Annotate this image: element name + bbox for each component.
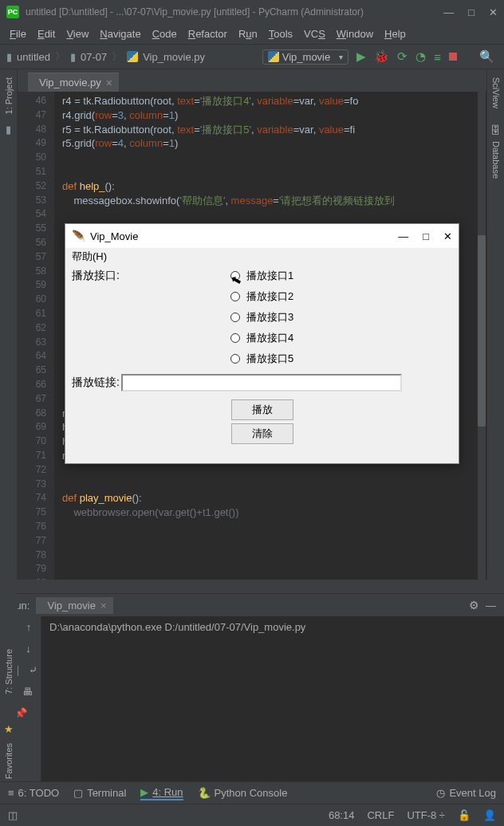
radio-interface-2[interactable]: 播放接口2	[230, 289, 293, 304]
menu-view[interactable]: View	[61, 26, 93, 41]
radio-icon	[230, 333, 240, 343]
radio-interface-4[interactable]: 播放接口4	[230, 331, 293, 345]
clear-button[interactable]: 清除	[231, 423, 293, 444]
maximize-icon[interactable]: □	[468, 6, 474, 18]
tool-database[interactable]: Database	[491, 136, 501, 183]
label-link: 播放链接:	[72, 376, 120, 390]
window-titlebar: PC untitled [D:\untitled] - ...\07-07\Vi…	[0, 0, 504, 24]
radio-interface-3[interactable]: 播放接口3	[230, 310, 293, 324]
run-icon[interactable]: ▶	[356, 49, 366, 64]
profile-icon[interactable]: ◔	[415, 49, 426, 64]
menu-navigate[interactable]: Navigate	[95, 26, 145, 41]
radio-label: 播放接口4	[246, 331, 293, 345]
tab-vip-movie[interactable]: Vip_movie.py ×	[28, 73, 119, 92]
close-icon[interactable]: ✕	[489, 6, 498, 18]
folder-icon: ▮	[70, 51, 76, 63]
run-tab-name: Vip_movie	[47, 600, 95, 612]
project-icon[interactable]: ▮	[6, 124, 11, 136]
search-icon[interactable]: 🔍	[479, 49, 494, 64]
dialog-close-icon[interactable]: ✕	[443, 230, 452, 242]
menu-run[interactable]: Run	[234, 26, 262, 41]
tool-project[interactable]: 1: Project	[4, 73, 14, 119]
run-output[interactable]: D:\anaconda\python.exe D:/untitled/07-07…	[41, 616, 504, 799]
scrollbar-thumb[interactable]	[478, 235, 486, 427]
menu-refactor[interactable]: Refactor	[183, 26, 232, 41]
menu-vcs[interactable]: VCS	[299, 26, 330, 41]
radio-label: 播放接口5	[246, 352, 293, 366]
radio-interface-5[interactable]: 播放接口5	[230, 352, 293, 366]
left-tool-gutter: 1: Project ▮	[0, 69, 18, 580]
bottom-tool-tabs: ≡6: TODO ▢Terminal ▶4: Run 🐍Python Conso…	[0, 781, 504, 804]
tab-python-console[interactable]: 🐍Python Console	[198, 787, 288, 799]
crumb-sep: 〉	[112, 49, 122, 64]
run-config-name: Vip_movie	[282, 51, 330, 63]
up-icon[interactable]: ↑	[26, 621, 32, 633]
radio-icon	[230, 292, 240, 301]
tool-structure[interactable]: 7: Structure	[4, 646, 14, 698]
tab-event-log[interactable]: ◷Event Log	[436, 787, 496, 799]
terminal-icon: ▢	[73, 787, 83, 799]
tab-todo[interactable]: ≡6: TODO	[8, 787, 59, 799]
python-icon: 🐍	[198, 787, 211, 799]
close-tab-icon[interactable]: ×	[106, 77, 112, 88]
python-file-icon	[268, 51, 279, 62]
crumb-project[interactable]: untitled	[17, 51, 50, 63]
inspector-icon[interactable]: 👤	[483, 809, 496, 821]
file-encoding[interactable]: UTF-8 ÷	[407, 809, 445, 821]
crumb-sep: 〉	[55, 49, 65, 64]
star-icon[interactable]: ★	[4, 723, 14, 735]
menu-code[interactable]: Code	[148, 26, 182, 41]
cursor-position[interactable]: 68:14	[329, 809, 355, 821]
run-config-selector[interactable]: Vip_movie	[262, 49, 348, 65]
stop-icon[interactable]	[449, 53, 457, 61]
minimize-panel-icon[interactable]: —	[486, 600, 496, 612]
close-tab-icon[interactable]: ×	[100, 600, 107, 612]
dialog-maximize-icon[interactable]: □	[423, 230, 429, 242]
menu-edit[interactable]: Edit	[33, 26, 60, 41]
dialog-minimize-icon[interactable]: —	[398, 230, 408, 242]
run-tab[interactable]: Vip_movie ×	[36, 597, 112, 614]
concurrency-icon[interactable]: ≡	[434, 50, 441, 64]
line-separator[interactable]: CRLF	[367, 809, 394, 821]
crumb-file[interactable]: Vip_movie.py	[143, 51, 205, 63]
crumb-folder[interactable]: 07-07	[81, 51, 107, 63]
dialog-help-menu[interactable]: 帮助(H)	[72, 250, 107, 264]
line-gutter: 4647484950515253545556575859606162636465…	[18, 92, 54, 580]
main-menu: File Edit View Navigate Code Refactor Ru…	[0, 24, 504, 45]
play-button[interactable]: 播放	[231, 399, 293, 420]
editor-tabs: Vip_movie.py ×	[0, 69, 504, 92]
tab-terminal[interactable]: ▢Terminal	[73, 787, 126, 799]
output-line: D:\anaconda\python.exe D:/untitled/07-07…	[49, 621, 496, 633]
print-icon[interactable]: 🖶	[22, 686, 33, 698]
radio-label: 播放接口2	[246, 289, 293, 304]
link-input[interactable]	[121, 374, 402, 391]
menu-tools[interactable]: Tools	[264, 26, 297, 41]
tk-feather-icon: 🪶	[72, 230, 85, 242]
vip-movie-dialog: 🪶 Vip_Movie — □ ✕ 帮助(H) 播放接口: 播放接口1 播放接口…	[65, 223, 459, 464]
dialog-title: Vip_Movie	[90, 230, 138, 242]
debug-icon[interactable]: 🐞	[374, 49, 389, 64]
wrap-icon[interactable]: ⤶	[29, 664, 37, 676]
radio-label: 播放接口3	[246, 310, 293, 324]
radio-icon	[230, 354, 240, 364]
log-icon: ◷	[436, 787, 445, 799]
tool-window-toggle-icon[interactable]: ◫	[8, 809, 18, 821]
menu-help[interactable]: Help	[380, 26, 411, 41]
database-icon[interactable]: 🗄	[490, 124, 501, 136]
tool-sciview[interactable]: SciView	[491, 73, 501, 113]
minimize-icon[interactable]: —	[443, 6, 454, 18]
right-tool-gutter: SciView 🗄 Database	[486, 69, 504, 580]
lock-icon[interactable]: 🔓	[458, 809, 471, 821]
gear-icon[interactable]: ⚙	[469, 599, 479, 612]
dialog-titlebar[interactable]: 🪶 Vip_Movie — □ ✕	[65, 224, 459, 248]
window-title: untitled [D:\untitled] - ...\07-07\Vip_m…	[26, 6, 443, 18]
menu-file[interactable]: File	[5, 26, 31, 41]
down-icon[interactable]: ↓	[26, 643, 31, 655]
coverage-icon[interactable]: ⟳	[397, 49, 408, 64]
nav-toolbar: ▮ untitled 〉 ▮ 07-07 〉 Vip_movie.py Vip_…	[0, 45, 504, 69]
editor-scrollbar[interactable]	[478, 92, 486, 580]
run-tool-window: Run: Vip_movie × ⚙ — ⟳↑ ↓ ❚❚⤶ ⎘🖶 📌 D:\an…	[0, 593, 504, 799]
menu-window[interactable]: Window	[332, 26, 378, 41]
tab-run[interactable]: ▶4: Run	[140, 786, 183, 800]
folder-icon: ▮	[6, 51, 12, 63]
